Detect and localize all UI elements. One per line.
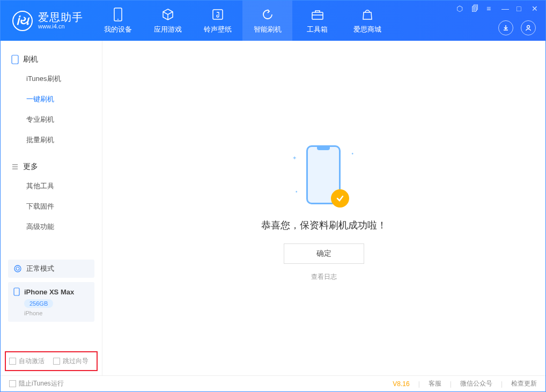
svg-rect-5: [12, 55, 18, 64]
check-update-link[interactable]: 检查更新: [511, 379, 537, 388]
device-info[interactable]: iPhone XS Max 256GB iPhone: [8, 282, 94, 322]
sidebar-item-oneclick[interactable]: 一键刷机: [1, 89, 102, 109]
refresh-icon: [261, 8, 275, 21]
status-text: 正常模式: [26, 264, 54, 273]
close-icon[interactable]: ✕: [532, 5, 539, 12]
maximize-icon[interactable]: □: [517, 5, 524, 12]
tab-label: 智能刷机: [254, 25, 282, 34]
separator: |: [501, 380, 503, 388]
version-text: V8.16: [393, 380, 409, 388]
tab-label: 铃声壁纸: [204, 25, 232, 34]
user-icon[interactable]: [521, 20, 536, 35]
sidebar-section-flash: 刷机: [1, 50, 102, 69]
device-name-text: iPhone XS Max: [24, 288, 74, 296]
device-status[interactable]: 正常模式: [8, 260, 94, 278]
sidebar: 刷机 iTunes刷机 一键刷机 专业刷机 批量刷机 更多 其他工具 下载固件 …: [1, 41, 102, 375]
tab-label: 我的设备: [104, 25, 132, 34]
ok-button[interactable]: 确定: [284, 243, 364, 264]
bag-icon: [360, 8, 374, 21]
minimize-icon[interactable]: —: [501, 5, 509, 12]
logo-area: ⅰય 爱思助手 www.i4.cn: [1, 1, 93, 41]
cb-auto-activate[interactable]: 自动激活: [9, 357, 45, 366]
footer-right: V8.16 | 客服 | 微信公众号 | 检查更新: [393, 379, 537, 388]
sidebar-item-itunes[interactable]: iTunes刷机: [1, 69, 102, 89]
tab-flash[interactable]: 智能刷机: [242, 1, 292, 41]
list-icon: [11, 163, 19, 171]
app-title: 爱思助手: [38, 11, 83, 23]
nav-tabs: 我的设备 应用游戏 铃声壁纸 智能刷机 工具箱 爱思商城: [93, 1, 392, 41]
section-title: 刷机: [23, 55, 38, 64]
cb-label: 自动激活: [19, 357, 45, 366]
capacity-badge: 256GB: [24, 299, 53, 308]
sparkle-icon: ✦: [292, 155, 297, 161]
svg-rect-7: [14, 288, 19, 295]
cb-label: 跳过向导: [63, 357, 88, 366]
checkbox-icon: [9, 358, 16, 365]
sidebar-item-batch[interactable]: 批量刷机: [1, 130, 102, 150]
wechat-link[interactable]: 微信公众号: [460, 379, 492, 388]
toolbox-icon: [311, 8, 324, 21]
note-icon[interactable]: 🗐: [471, 5, 479, 12]
svg-point-1: [117, 19, 119, 20]
sidebar-item-pro[interactable]: 专业刷机: [1, 109, 102, 130]
success-message: 恭喜您，保资料刷机成功啦！: [261, 219, 387, 232]
menu-icon[interactable]: ≡: [486, 5, 494, 12]
sidebar-item-download-fw[interactable]: 下载固件: [1, 196, 102, 217]
shirt-icon[interactable]: ⬡: [456, 5, 464, 12]
cb-block-itunes[interactable]: 阻止iTunes运行: [9, 379, 64, 388]
tab-label: 应用游戏: [154, 25, 182, 34]
sidebar-section-more: 更多: [1, 158, 102, 176]
phone-small-icon: [13, 287, 20, 296]
highlighted-checkboxes: 自动激活 跳过向导: [5, 351, 98, 371]
svg-rect-2: [213, 10, 223, 19]
tab-label: 工具箱: [307, 25, 328, 34]
music-icon: [211, 8, 225, 21]
svg-rect-3: [312, 12, 323, 19]
sync-icon: [13, 264, 22, 273]
tab-apps[interactable]: 应用游戏: [143, 1, 193, 41]
main-content: ✦ • • 恭喜您，保资料刷机成功啦！ 确定 查看日志: [102, 41, 545, 375]
svg-point-6: [14, 265, 21, 272]
support-link[interactable]: 客服: [429, 379, 441, 388]
section-title: 更多: [23, 162, 38, 172]
window-controls: ⬡ 🗐 ≡ — □ ✕: [456, 5, 539, 12]
svg-point-4: [527, 26, 530, 28]
header-right-icons: [498, 20, 536, 35]
separator: |: [418, 380, 420, 388]
logo-icon: ⅰય: [12, 11, 33, 31]
success-illustration: ✦ • •: [300, 145, 348, 210]
device-icon: [11, 55, 19, 64]
device-panel: 正常模式 iPhone XS Max 256GB iPhone: [8, 260, 94, 322]
checkbox-icon: [53, 358, 60, 365]
footer: 阻止iTunes运行 V8.16 | 客服 | 微信公众号 | 检查更新: [1, 375, 545, 391]
separator: |: [450, 380, 452, 388]
tab-my-device[interactable]: 我的设备: [93, 1, 143, 41]
sparkle-icon: •: [351, 151, 353, 157]
cb-skip-guide[interactable]: 跳过向导: [53, 357, 88, 366]
app-header: ⅰય 爱思助手 www.i4.cn 我的设备 应用游戏 铃声壁纸 智能刷机 工具…: [1, 1, 545, 41]
tab-store[interactable]: 爱思商城: [342, 1, 392, 41]
download-icon[interactable]: [498, 20, 513, 35]
device-name-row: iPhone XS Max: [13, 287, 89, 296]
phone-icon: [111, 8, 125, 21]
logo-text: 爱思助手 www.i4.cn: [38, 11, 83, 29]
phone-notch: [317, 147, 330, 150]
tab-label: 爱思商城: [353, 25, 381, 34]
success-check-icon: [331, 189, 349, 208]
sidebar-item-advanced[interactable]: 高级功能: [1, 217, 102, 237]
sparkle-icon: •: [296, 189, 298, 195]
checkbox-icon: [9, 380, 16, 387]
view-log-link[interactable]: 查看日志: [311, 272, 337, 282]
tab-toolbox[interactable]: 工具箱: [292, 1, 342, 41]
device-type: iPhone: [24, 310, 89, 316]
app-url: www.i4.cn: [38, 23, 83, 29]
cb-label: 阻止iTunes运行: [19, 379, 64, 388]
cube-icon: [161, 8, 175, 21]
tab-ringtones[interactable]: 铃声壁纸: [193, 1, 242, 41]
body-area: 刷机 iTunes刷机 一键刷机 专业刷机 批量刷机 更多 其他工具 下载固件 …: [1, 41, 545, 375]
sidebar-item-othertools[interactable]: 其他工具: [1, 176, 102, 196]
